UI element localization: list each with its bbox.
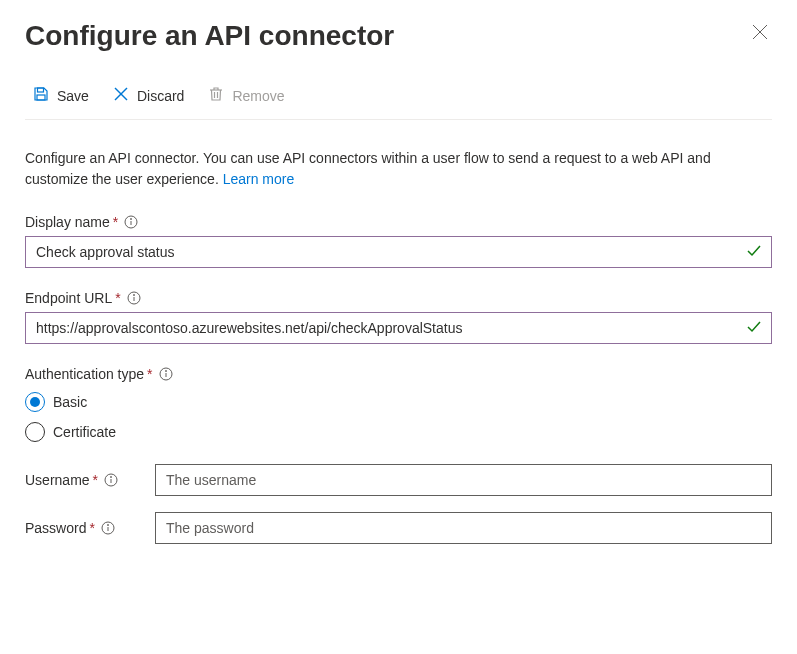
learn-more-link[interactable]: Learn more (223, 171, 295, 187)
save-label: Save (57, 88, 89, 104)
check-icon (746, 319, 762, 338)
save-button[interactable]: Save (25, 82, 97, 109)
display-name-input[interactable] (25, 236, 772, 268)
required-indicator: * (147, 366, 152, 382)
auth-type-label: Authentication type (25, 366, 144, 382)
required-indicator: * (93, 472, 98, 488)
svg-point-19 (111, 477, 112, 478)
save-icon (33, 86, 49, 105)
required-indicator: * (113, 214, 118, 230)
auth-type-basic-radio[interactable]: Basic (25, 392, 772, 412)
password-input[interactable] (155, 512, 772, 544)
endpoint-url-input[interactable] (25, 312, 772, 344)
discard-label: Discard (137, 88, 184, 104)
check-icon (746, 243, 762, 262)
remove-label: Remove (232, 88, 284, 104)
discard-icon (113, 86, 129, 105)
svg-rect-3 (37, 95, 45, 100)
svg-point-22 (107, 525, 108, 526)
toolbar: Save Discard Remove (25, 82, 772, 120)
required-indicator: * (115, 290, 120, 306)
svg-rect-2 (38, 88, 44, 92)
close-button[interactable] (748, 20, 772, 47)
radio-icon (25, 422, 45, 442)
password-label: Password (25, 520, 86, 536)
required-indicator: * (89, 520, 94, 536)
info-icon[interactable] (127, 291, 141, 305)
endpoint-url-label: Endpoint URL (25, 290, 112, 306)
remove-button: Remove (200, 82, 292, 109)
username-label: Username (25, 472, 90, 488)
close-icon (752, 24, 768, 40)
auth-type-certificate-label: Certificate (53, 424, 116, 440)
radio-icon (25, 392, 45, 412)
svg-point-13 (133, 295, 134, 296)
info-icon[interactable] (124, 215, 138, 229)
info-icon[interactable] (104, 473, 118, 487)
info-icon[interactable] (101, 521, 115, 535)
discard-button[interactable]: Discard (105, 82, 192, 109)
auth-type-certificate-radio[interactable]: Certificate (25, 422, 772, 442)
svg-point-10 (131, 219, 132, 220)
username-input[interactable] (155, 464, 772, 496)
svg-point-16 (165, 371, 166, 372)
auth-type-basic-label: Basic (53, 394, 87, 410)
description-text: Configure an API connector. You can use … (25, 148, 772, 190)
trash-icon (208, 86, 224, 105)
page-title: Configure an API connector (25, 20, 394, 52)
display-name-label: Display name (25, 214, 110, 230)
info-icon[interactable] (159, 367, 173, 381)
